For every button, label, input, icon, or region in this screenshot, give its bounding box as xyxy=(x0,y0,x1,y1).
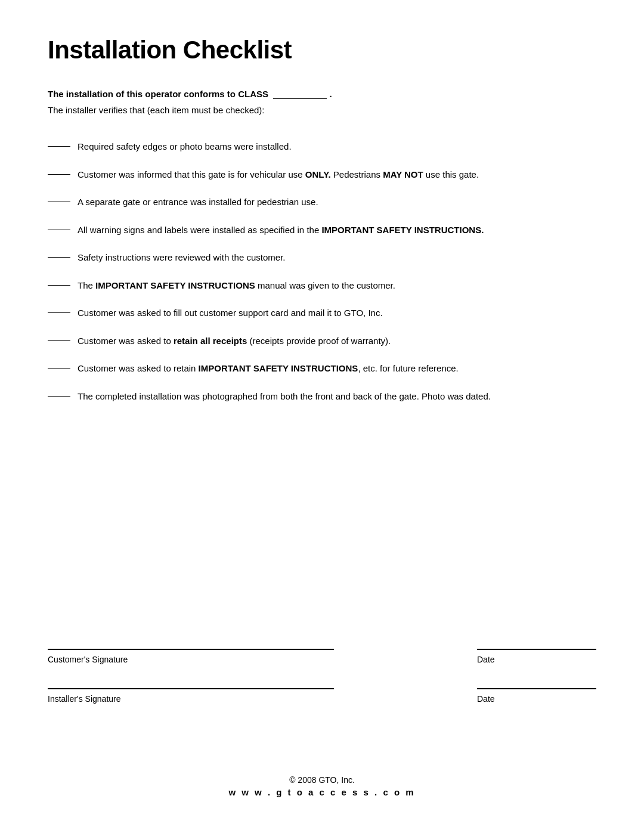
customer-date-line[interactable] xyxy=(477,649,596,650)
customer-sig-line[interactable] xyxy=(48,649,334,650)
class-line-text: The installation of this operator confor… xyxy=(48,89,268,99)
item-text-7: Customer was asked to fill out customer … xyxy=(78,306,596,320)
list-item: A separate gate or entrance was installe… xyxy=(48,188,596,216)
item-text-2: Customer was informed that this gate is … xyxy=(78,168,596,182)
list-item: Required safety edges or photo beams wer… xyxy=(48,133,596,161)
list-item: Customer was asked to fill out customer … xyxy=(48,299,596,327)
check-blank-1 xyxy=(48,146,70,147)
list-item: Customer was asked to retain IMPORTANT S… xyxy=(48,355,596,383)
installer-sig-group: Installer's Signature xyxy=(48,688,334,704)
list-item: Customer was informed that this gate is … xyxy=(48,161,596,189)
check-blank-9 xyxy=(48,368,70,368)
check-blank-8 xyxy=(48,340,70,341)
footer-copyright: © 2008 GTO, Inc. xyxy=(48,775,596,785)
item-text-1: Required safety edges or photo beams wer… xyxy=(78,140,596,154)
page: Installation Checklist The installation … xyxy=(0,0,644,833)
installer-sig-label: Installer's Signature xyxy=(48,694,121,704)
class-line: The installation of this operator confor… xyxy=(48,88,596,99)
check-blank-6 xyxy=(48,285,70,286)
installer-date-group: Date xyxy=(477,688,596,704)
item-text-5: Safety instructions were reviewed with t… xyxy=(78,251,596,265)
item-text-9: Customer was asked to retain IMPORTANT S… xyxy=(78,362,596,376)
list-item: The IMPORTANT SAFETY INSTRUCTIONS manual… xyxy=(48,272,596,300)
installer-date-label: Date xyxy=(477,694,495,704)
installer-verifies-text: The installer verifies that (each item m… xyxy=(48,105,596,115)
customer-sig-group: Customer's Signature xyxy=(48,649,334,664)
check-blank-2 xyxy=(48,174,70,175)
check-blank-7 xyxy=(48,312,70,313)
check-blank-5 xyxy=(48,257,70,258)
checklist: Required safety edges or photo beams wer… xyxy=(48,133,596,601)
installer-signature-row: Installer's Signature Date xyxy=(48,688,596,704)
signatures-section: Customer's Signature Date Installer's Si… xyxy=(48,637,596,727)
item-text-3: A separate gate or entrance was installe… xyxy=(78,196,596,209)
check-blank-10 xyxy=(48,396,70,397)
item-text-4: All warning signs and labels were instal… xyxy=(78,224,596,237)
footer-website: w w w . g t o a c c e s s . c o m xyxy=(48,787,596,797)
customer-date-label: Date xyxy=(477,655,495,664)
customer-signature-row: Customer's Signature Date xyxy=(48,649,596,664)
customer-date-group: Date xyxy=(477,649,596,664)
list-item: The completed installation was photograp… xyxy=(48,383,596,411)
list-item: All warning signs and labels were instal… xyxy=(48,216,596,244)
list-item: Safety instructions were reviewed with t… xyxy=(48,244,596,272)
check-blank-3 xyxy=(48,202,70,202)
list-item: Customer was asked to retain all receipt… xyxy=(48,327,596,355)
class-period: . xyxy=(329,89,332,99)
item-text-10: The completed installation was photograp… xyxy=(78,390,596,404)
installer-date-line[interactable] xyxy=(477,688,596,689)
footer: © 2008 GTO, Inc. w w w . g t o a c c e s… xyxy=(48,763,596,797)
page-title: Installation Checklist xyxy=(48,36,596,64)
check-blank-4 xyxy=(48,230,70,230)
installer-sig-line[interactable] xyxy=(48,688,334,689)
item-text-6: The IMPORTANT SAFETY INSTRUCTIONS manual… xyxy=(78,279,596,293)
class-blank[interactable] xyxy=(273,88,327,99)
customer-sig-label: Customer's Signature xyxy=(48,655,128,664)
item-text-8: Customer was asked to retain all receipt… xyxy=(78,335,596,348)
